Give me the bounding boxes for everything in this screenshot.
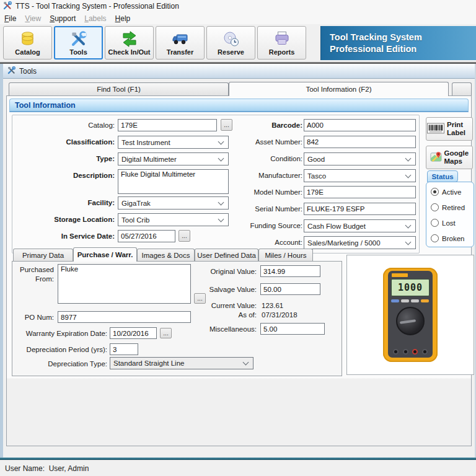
funding-source-label: Funding Source:	[199, 221, 302, 231]
transfer-label: Transfer	[167, 48, 193, 56]
tab-find-tool[interactable]: Find Tool (F1)	[9, 82, 229, 95]
status-radio-active[interactable]: Active	[431, 188, 461, 196]
chevron-down-icon	[405, 155, 412, 161]
title-bar: TTS - Tool Tracking System - Professiona…	[0, 0, 476, 12]
reports-label: Reports	[269, 48, 295, 56]
asset-number-input[interactable]	[304, 136, 416, 148]
transfer-button[interactable]: Transfer	[156, 26, 205, 60]
current-value-label: Current Value:	[180, 301, 257, 311]
toolbar: Catalog Tools Check In/Out	[0, 24, 476, 62]
tab-primary-data[interactable]: Primary Data	[13, 249, 73, 262]
account-dropdown[interactable]: Sales/Marketing / 5000	[304, 236, 416, 249]
mdi-area: Tools Find Tool (F1) Tool Information (F…	[0, 64, 476, 457]
depreciation-type-dropdown[interactable]: Standard Straight Line	[110, 357, 253, 369]
description-label: Description:	[12, 171, 115, 180]
google-maps-icon	[430, 151, 442, 164]
print-label-caption: Print Label	[447, 121, 472, 137]
menu-help[interactable]: Help	[111, 13, 135, 24]
current-value-text: 123.61	[262, 301, 283, 311]
check-in-out-button[interactable]: Check In/Out	[105, 26, 154, 60]
barcode-icon	[427, 123, 444, 136]
tab-purchase-warr[interactable]: Purchase / Warr.	[73, 247, 137, 262]
printer-icon	[274, 30, 290, 48]
tab-stub	[452, 82, 472, 95]
model-number-label: Model Number:	[199, 188, 302, 197]
chevron-down-icon	[405, 172, 412, 178]
status-bar: User Name: User, Admin	[0, 460, 476, 476]
asset-number-label: Asset Number:	[199, 138, 302, 147]
barcode-input[interactable]	[304, 119, 416, 131]
banner-line1: Tool Tracking System	[330, 32, 476, 43]
status-bar-user: User Name: User, Admin	[5, 464, 89, 473]
depreciation-period-label: Depreciation Period (yrs):	[12, 345, 107, 355]
miscellaneous-label: Miscellaneous:	[180, 325, 257, 334]
tool-information-page: Tool Information Catalog: ... Classifica…	[6, 95, 472, 446]
truck-icon	[172, 30, 189, 48]
database-icon	[20, 30, 35, 48]
condition-label: Condition:	[199, 154, 302, 164]
status-radio-lost[interactable]: Lost	[431, 219, 456, 227]
menu-labels[interactable]: Labels	[80, 13, 110, 24]
tools-icon	[71, 30, 87, 48]
funding-source-dropdown[interactable]: Cash Flow Budget	[304, 219, 416, 232]
tab-miles-hours[interactable]: Miles / Hours	[258, 249, 313, 262]
salvage-value-input[interactable]	[260, 283, 320, 295]
disc-clock-icon	[223, 30, 239, 48]
tools-label: Tools	[69, 48, 87, 56]
salvage-value-label: Salvage Value:	[180, 285, 257, 294]
catalog-label: Catalog:	[12, 121, 115, 130]
serial-number-input[interactable]	[304, 203, 416, 215]
as-of-label: As of:	[180, 311, 257, 320]
condition-dropdown[interactable]: Good	[304, 152, 416, 165]
serial-number-label: Serial Number:	[199, 205, 302, 214]
classification-label: Classification:	[12, 138, 115, 147]
status-group-title: Status	[427, 170, 458, 182]
model-number-input[interactable]	[304, 186, 416, 198]
window-title: TTS - Tool Tracking System - Professiona…	[15, 2, 179, 11]
menu-support[interactable]: Support	[45, 13, 80, 24]
section-header: Tool Information	[9, 99, 469, 112]
reserve-label: Reserve	[218, 48, 244, 56]
type-label: Type:	[12, 154, 115, 164]
miscellaneous-input[interactable]	[260, 323, 325, 335]
tools-button[interactable]: Tools	[54, 26, 103, 60]
main-tab-strip: Find Tool (F1) Tool Information (F2)	[6, 81, 472, 95]
radio-icon	[431, 234, 439, 242]
status-radio-broken[interactable]: Broken	[431, 234, 464, 242]
multimeter-dial	[396, 307, 425, 335]
storage-location-label: Storage Location:	[12, 215, 115, 224]
banner-line2: Professional Edition	[330, 43, 476, 55]
menu-bar: File View Support Labels Help	[0, 12, 476, 24]
manufacturer-dropdown[interactable]: Tasco	[304, 169, 416, 182]
warranty-expiration-input[interactable]	[110, 327, 157, 339]
multimeter-lcd: 1000	[391, 279, 430, 296]
in-service-date-input[interactable]	[118, 230, 175, 242]
google-maps-caption: Google Maps	[444, 149, 469, 165]
status-radio-retired[interactable]: Retired	[431, 203, 465, 211]
tools-window-titlebar: Tools	[3, 64, 475, 79]
original-value-input[interactable]	[260, 265, 320, 277]
menu-view[interactable]: View	[20, 13, 45, 24]
catalog-button[interactable]: Catalog	[3, 26, 52, 60]
account-label: Account:	[199, 238, 302, 247]
reserve-button[interactable]: Reserve	[206, 26, 255, 60]
tab-tool-information[interactable]: Tool Information (F2)	[229, 82, 449, 96]
in-service-date-browse-button[interactable]: ...	[178, 230, 190, 242]
tab-user-defined-data[interactable]: User Defined Data	[195, 249, 258, 262]
purchased-from-textarea[interactable]: Fluke	[58, 264, 191, 304]
chevron-down-icon	[405, 239, 412, 245]
po-num-input[interactable]	[58, 311, 191, 323]
chevron-down-icon	[243, 359, 249, 366]
warranty-expiration-browse-button[interactable]: ...	[160, 328, 172, 338]
tab-images-docs[interactable]: Images & Docs	[137, 249, 195, 262]
reports-button[interactable]: Reports	[257, 26, 306, 60]
print-label-button[interactable]: Print Label	[426, 117, 473, 141]
tools-window-title: Tools	[19, 67, 37, 76]
app-banner: Tool Tracking System Professional Editio…	[320, 26, 476, 60]
depreciation-period-input[interactable]	[110, 343, 138, 355]
check-in-out-arrows-icon	[121, 30, 138, 48]
tools-window-icon	[7, 66, 15, 76]
facility-label: Facility:	[12, 198, 115, 208]
menu-file[interactable]: File	[0, 13, 20, 24]
google-maps-button[interactable]: Google Maps	[426, 146, 473, 169]
